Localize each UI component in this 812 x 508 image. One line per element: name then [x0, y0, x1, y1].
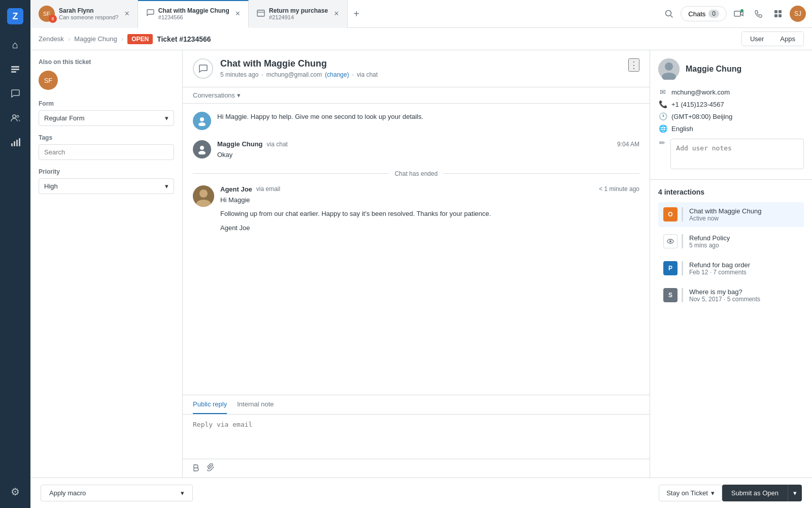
interactions-title: 4 interactions [658, 188, 804, 196]
apply-macro-label: Apply macro [49, 489, 86, 497]
chats-button[interactable]: Chats 0 [681, 6, 727, 21]
tab-purchase-close[interactable]: × [334, 10, 339, 18]
form-value: Regular Form [44, 114, 84, 122]
ticket-change-link[interactable]: (change) [325, 71, 349, 78]
ticket-via: via chat [357, 71, 378, 78]
agent-joe-message: Agent Joe via email < 1 minute ago Hi Ma… [193, 185, 639, 233]
interaction-where-bag[interactable]: S Where is my bag? Nov 5, 2017 · 5 comme… [658, 283, 804, 308]
app-container: Z ⌂ [0, 0, 812, 508]
svg-point-27 [665, 62, 673, 71]
svg-rect-2 [11, 66, 19, 68]
conversations-chevron-icon: ▾ [237, 91, 241, 99]
main-content: SF 8 Sarah Flynn Can someone respond? × … [30, 0, 812, 508]
phone-button[interactable] [751, 6, 766, 21]
stay-on-ticket-button[interactable]: Stay on Ticket ▾ [659, 485, 722, 501]
user-timezone-row: 🕐 (GMT+08:00) Beijing [658, 110, 804, 122]
svg-point-14 [740, 9, 743, 12]
interaction-4-body: Where is my bag? Nov 5, 2017 · 5 comment… [689, 288, 799, 303]
breadcrumb: Zendesk › Maggie Chung › OPEN Ticket #12… [30, 28, 812, 50]
interaction-3-left: P [663, 261, 684, 275]
tab-purchase[interactable]: Return my purchase #2124914 × [249, 0, 347, 28]
add-tab-button[interactable]: + [348, 8, 366, 20]
conversations-tab[interactable]: Conversations ▾ [193, 91, 241, 99]
interaction-2-icon [663, 234, 678, 248]
interaction-1-left: O [663, 207, 684, 221]
tab-maggie-icon [146, 9, 154, 19]
agent-joe-time: < 1 minute ago [599, 185, 639, 193]
internal-note-tab[interactable]: Internal note [237, 395, 274, 414]
attachment-icon[interactable] [207, 463, 215, 473]
user-profile-header: Maggie Chung [658, 58, 804, 80]
svg-rect-7 [11, 143, 13, 146]
svg-point-24 [199, 189, 208, 198]
video-call-button[interactable] [731, 6, 747, 22]
chat-ended-divider: Chat has ended [193, 170, 639, 177]
svg-rect-15 [774, 10, 777, 13]
user-avatar[interactable]: SJ [790, 6, 806, 22]
ticket-email: mchung@gmail.com [266, 71, 322, 78]
grid-button[interactable] [770, 6, 786, 21]
reply-input[interactable] [183, 415, 650, 457]
interaction-2-title: Refund Policy [689, 234, 799, 242]
search-button[interactable] [661, 6, 676, 21]
interaction-2-body: Refund Policy 5 mins ago [689, 234, 799, 249]
agent-joe-via: via email [256, 185, 280, 193]
msg-1-avatar [193, 112, 211, 130]
ticket-more-options-button[interactable]: ⋮ [628, 58, 639, 72]
chat-nav-icon[interactable] [5, 83, 25, 104]
form-section: Form Regular Form ▾ [39, 100, 174, 126]
stay-on-ticket-label: Stay on Ticket [666, 489, 708, 497]
home-nav-icon[interactable]: ⌂ [5, 35, 25, 55]
tab-sarah[interactable]: SF 8 Sarah Flynn Can someone respond? × [30, 0, 138, 28]
svg-rect-16 [779, 10, 782, 13]
text-format-icon[interactable] [193, 463, 201, 473]
ticket-title: Chat with Maggie Chung [220, 58, 378, 69]
reports-nav-icon[interactable] [5, 132, 25, 152]
user-apps-toggle: User Apps [741, 31, 804, 46]
ticket-chat-icon [193, 58, 213, 79]
tags-section: Tags [39, 134, 174, 160]
interaction-1-meta: Active now [689, 215, 799, 222]
tab-sarah-content: Sarah Flynn Can someone respond? [59, 7, 118, 20]
tab-maggie[interactable]: Chat with Maggie Chung #1234566 × [138, 0, 249, 28]
tab-maggie-content: Chat with Maggie Chung #1234566 [158, 7, 229, 20]
user-toggle-btn[interactable]: User [742, 32, 772, 46]
left-panel: Also on this ticket SF Form Regular Form… [30, 50, 183, 478]
right-panel: Maggie Chung ✉ mchung@work.com 📞 +1 (415… [650, 50, 812, 478]
svg-point-5 [13, 115, 16, 118]
public-reply-tab[interactable]: Public reply [193, 395, 227, 414]
interaction-refund-bag[interactable]: P Refund for bag order Feb 12 · 7 commen… [658, 256, 804, 281]
submit-dropdown-button[interactable]: ▾ [788, 485, 802, 501]
chats-label: Chats [688, 10, 705, 18]
submit-as-open-button[interactable]: Submit as Open [722, 485, 788, 501]
top-bar: SF 8 Sarah Flynn Can someone respond? × … [30, 0, 812, 28]
also-on-ticket-avatar: SF [39, 71, 58, 90]
interaction-1-body: Chat with Maggie Chung Active now [689, 207, 799, 222]
msg-2-sender: Maggie Chung [217, 140, 263, 148]
apply-macro-button[interactable]: Apply macro ▾ [41, 485, 193, 501]
interaction-refund-policy[interactable]: Refund Policy 5 mins ago [658, 229, 804, 254]
tickets-nav-icon[interactable] [5, 59, 25, 79]
user-notes-input[interactable] [670, 139, 804, 169]
user-profile-avatar [658, 58, 680, 80]
settings-nav-icon[interactable]: ⚙ [5, 482, 25, 502]
tags-search-input[interactable] [39, 144, 174, 160]
globe-icon: 🌐 [658, 124, 667, 133]
interaction-2-bar [682, 234, 683, 248]
priority-chevron-icon: ▾ [165, 182, 168, 190]
svg-rect-18 [779, 14, 782, 17]
apply-macro-chevron-icon: ▾ [181, 489, 184, 497]
svg-rect-10 [19, 138, 20, 146]
tab-maggie-close[interactable]: × [235, 10, 240, 18]
svg-point-21 [200, 146, 204, 150]
form-select[interactable]: Regular Form ▾ [39, 110, 174, 126]
breadcrumb-zendesk[interactable]: Zendesk [39, 35, 64, 43]
users-nav-icon[interactable] [5, 108, 25, 128]
tab-sarah-close[interactable]: × [124, 10, 129, 18]
breadcrumb-user[interactable]: Maggie Chung [74, 35, 117, 43]
apps-toggle-btn[interactable]: Apps [772, 32, 803, 46]
interaction-chat-maggie[interactable]: O Chat with Maggie Chung Active now [658, 202, 804, 227]
priority-select[interactable]: High ▾ [39, 178, 174, 194]
svg-point-22 [198, 151, 206, 154]
svg-point-20 [198, 122, 206, 126]
